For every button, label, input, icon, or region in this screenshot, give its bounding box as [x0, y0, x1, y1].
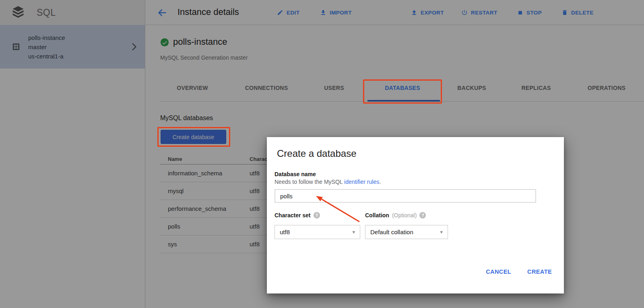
- collation-select-value: Default collation: [370, 229, 413, 235]
- identifier-rules-link[interactable]: identifier rules: [344, 179, 379, 185]
- collation-label: Collation: [365, 212, 389, 219]
- dialog-actions: CANCEL CREATE: [486, 268, 552, 275]
- dialog-title: Create a database: [277, 148, 356, 159]
- collation-help-icon[interactable]: ?: [419, 212, 426, 219]
- dropdown-arrow-icon: ▾: [352, 229, 355, 235]
- database-name-label: Database name: [275, 171, 316, 177]
- collation-optional-note: (Optional): [392, 212, 417, 219]
- charset-select[interactable]: utf8 ▾: [275, 225, 360, 239]
- collation-label-row: Collation (Optional) ?: [365, 212, 426, 219]
- help-text-prefix: Needs to follow the MySQL: [275, 179, 344, 185]
- dropdown-arrow-icon: ▾: [440, 229, 443, 235]
- annotation-box-databases-tab: [363, 79, 442, 104]
- charset-select-value: utf8: [280, 229, 290, 235]
- charset-label: Character set: [275, 212, 311, 219]
- cancel-button[interactable]: CANCEL: [486, 268, 511, 275]
- database-name-help: Needs to follow the MySQL identifier rul…: [275, 179, 381, 185]
- annotation-box-create-database: [157, 127, 230, 147]
- create-button[interactable]: CREATE: [527, 268, 552, 275]
- annotation-arrow: [310, 193, 364, 226]
- help-text-suffix: .: [379, 179, 381, 185]
- collation-select[interactable]: Default collation ▾: [365, 225, 448, 239]
